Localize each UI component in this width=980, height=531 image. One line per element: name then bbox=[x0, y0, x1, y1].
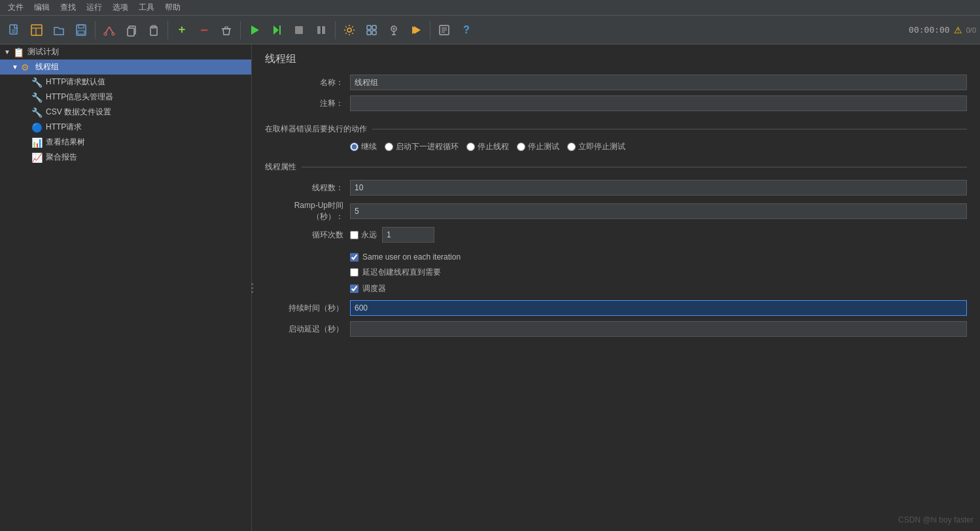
settings-button[interactable] bbox=[339, 20, 360, 41]
sidebar-item-aggregate[interactable]: 📈 聚合报告 bbox=[0, 150, 251, 165]
menu-run[interactable]: 运行 bbox=[81, 1, 107, 14]
comment-label: 注释： bbox=[265, 98, 350, 109]
menu-edit[interactable]: 编辑 bbox=[29, 1, 55, 14]
radio-stop-now-input[interactable] bbox=[567, 143, 576, 151]
new-button[interactable] bbox=[4, 20, 25, 41]
svg-rect-8 bbox=[78, 31, 84, 34]
svg-marker-18 bbox=[251, 26, 259, 35]
radio-stop-test[interactable]: 停止测试 bbox=[517, 141, 559, 152]
delay-thread-row: 延迟创建线程直到需要 bbox=[252, 264, 980, 281]
radio-stop-test-input[interactable] bbox=[517, 143, 525, 151]
stop-button[interactable] bbox=[289, 20, 309, 41]
view-results-label: 查看结果树 bbox=[46, 137, 85, 148]
startup-delay-input[interactable] bbox=[350, 321, 967, 337]
duration-input[interactable] bbox=[350, 300, 967, 316]
radio-continue-input[interactable] bbox=[350, 143, 359, 151]
remote-button[interactable] bbox=[383, 20, 404, 41]
open-button[interactable] bbox=[48, 20, 69, 41]
http-defaults-icon: 🔧 bbox=[31, 77, 43, 88]
templates-button[interactable] bbox=[26, 20, 47, 41]
copy-button[interactable] bbox=[121, 20, 142, 41]
toolbar: + − ? 00:00:00 ⚠ bbox=[0, 16, 980, 44]
svg-point-24 bbox=[347, 28, 351, 32]
delay-thread-checkbox[interactable] bbox=[350, 268, 359, 277]
same-user-checkbox[interactable] bbox=[350, 253, 359, 262]
svg-point-30 bbox=[393, 27, 395, 29]
run-thread-button[interactable] bbox=[266, 20, 287, 41]
sidebar-item-csv-data[interactable]: 🔧 CSV 数据文件设置 bbox=[0, 105, 251, 120]
svg-rect-14 bbox=[128, 28, 134, 36]
radio-continue-label: 继续 bbox=[361, 141, 377, 152]
http-headers-label: HTTP信息头管理器 bbox=[46, 92, 113, 103]
csv-icon: 🔧 bbox=[31, 107, 43, 118]
menu-help[interactable]: 帮助 bbox=[160, 1, 186, 14]
radio-start-next-input[interactable] bbox=[385, 143, 393, 151]
menu-options[interactable]: 选项 bbox=[107, 1, 133, 14]
same-user-label: Same user on each iteration bbox=[362, 252, 461, 262]
sidebar-item-thread-group[interactable]: ▼ ⚙ 线程组 bbox=[0, 60, 251, 75]
name-row: 名称： bbox=[265, 74, 967, 91]
thread-props-divider: 线程属性 bbox=[252, 162, 980, 173]
http-request-label: HTTP请求 bbox=[46, 122, 82, 133]
arrow-thread-group: ▼ bbox=[12, 63, 20, 71]
name-input[interactable] bbox=[350, 75, 967, 90]
menu-tools[interactable]: 工具 bbox=[133, 1, 160, 14]
svg-rect-26 bbox=[372, 26, 376, 29]
toolbar-right: 00:00:00 ⚠ 0/0 bbox=[909, 25, 976, 35]
clear-button[interactable] bbox=[216, 20, 237, 41]
stop-now-button[interactable] bbox=[311, 20, 332, 41]
log-button[interactable] bbox=[434, 20, 455, 41]
sidebar-item-view-results[interactable]: 📊 查看结果树 bbox=[0, 135, 251, 150]
sidebar-item-http-headers[interactable]: 🔧 HTTP信息头管理器 bbox=[0, 90, 251, 105]
radio-stop-thread[interactable]: 停止线程 bbox=[466, 141, 509, 152]
add-button[interactable]: + bbox=[171, 20, 192, 41]
http-headers-icon: 🔧 bbox=[31, 92, 43, 103]
loop-forever-checkbox-group[interactable]: 永远 bbox=[350, 230, 377, 241]
sidebar: ▼ 📋 测试计划 ▼ ⚙ 线程组 🔧 HTTP请求默认值 🔧 HTTP信息头管理… bbox=[0, 44, 252, 531]
drag-handle[interactable] bbox=[250, 44, 254, 531]
content-panel: 线程组 名称： 注释： 在取样器错误后要执行的动作 继续 bbox=[252, 44, 980, 531]
arrow-test-plan: ▼ bbox=[4, 48, 12, 56]
svg-point-11 bbox=[104, 33, 107, 35]
radio-continue[interactable]: 继续 bbox=[350, 141, 377, 152]
duration-row: 持续时间（秒） bbox=[265, 300, 967, 317]
scheduler-row: 调度器 bbox=[252, 281, 980, 297]
loop-count-input[interactable] bbox=[382, 227, 434, 243]
remove-button[interactable]: − bbox=[194, 20, 215, 41]
scheduler-checkbox[interactable] bbox=[350, 284, 359, 293]
same-user-row: Same user on each iteration bbox=[252, 250, 980, 264]
sidebar-item-test-plan[interactable]: ▼ 📋 测试计划 bbox=[0, 44, 251, 60]
menu-search[interactable]: 查找 bbox=[55, 1, 81, 14]
run-button[interactable] bbox=[244, 20, 265, 41]
sidebar-item-http-defaults[interactable]: 🔧 HTTP请求默认值 bbox=[0, 75, 251, 90]
thread-count-label: 线程数： bbox=[265, 182, 350, 194]
paste-button[interactable] bbox=[143, 20, 164, 41]
svg-rect-3 bbox=[31, 25, 42, 35]
forward-button[interactable] bbox=[406, 20, 427, 41]
save-button[interactable] bbox=[71, 20, 92, 41]
cut-button[interactable] bbox=[99, 20, 120, 41]
svg-marker-34 bbox=[414, 26, 421, 34]
ramp-up-input[interactable] bbox=[350, 203, 967, 219]
main-layout: ▼ 📋 测试计划 ▼ ⚙ 线程组 🔧 HTTP请求默认值 🔧 HTTP信息头管理… bbox=[0, 44, 980, 531]
help-button[interactable]: ? bbox=[456, 20, 477, 41]
ramp-up-label: Ramp-Up时间（秒）： bbox=[265, 200, 350, 222]
comment-input[interactable] bbox=[350, 95, 967, 111]
startup-delay-label: 启动延迟（秒） bbox=[265, 324, 350, 335]
thread-count-input[interactable] bbox=[350, 180, 967, 196]
scheduler-label: 调度器 bbox=[362, 283, 386, 294]
svg-line-9 bbox=[105, 27, 109, 33]
radio-start-next[interactable]: 启动下一进程循环 bbox=[385, 141, 459, 152]
thread-group-icon: ⚙ bbox=[21, 62, 33, 73]
sidebar-item-http-request[interactable]: 🔵 HTTP请求 bbox=[0, 120, 251, 135]
radio-stop-thread-input[interactable] bbox=[466, 143, 475, 151]
settings2-button[interactable] bbox=[361, 20, 382, 41]
svg-rect-21 bbox=[295, 26, 303, 34]
error-section-divider: 在取样器错误后要执行的动作 bbox=[252, 124, 980, 135]
loop-forever-checkbox[interactable] bbox=[350, 231, 359, 239]
timer-display: 00:00:00 bbox=[909, 25, 950, 35]
menu-file[interactable]: 文件 bbox=[3, 1, 29, 14]
count-display: 0/0 bbox=[966, 26, 976, 34]
radio-stop-now[interactable]: 立即停止测试 bbox=[567, 141, 625, 152]
svg-point-12 bbox=[112, 33, 114, 35]
